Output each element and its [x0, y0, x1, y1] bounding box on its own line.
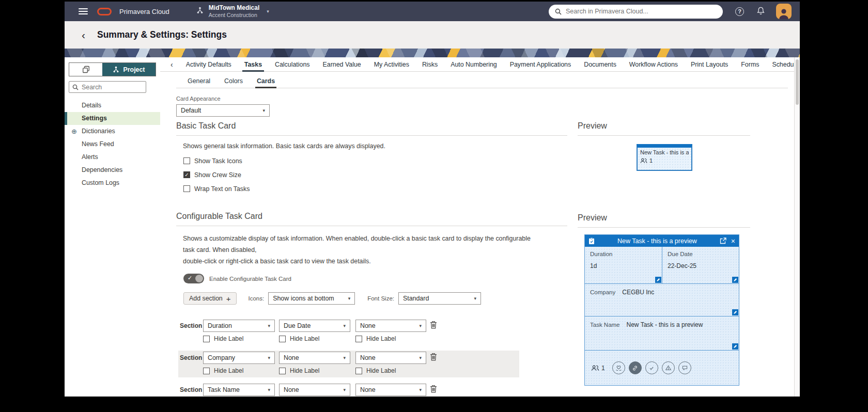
sidebar-item-news-feed[interactable]: News Feed — [65, 138, 160, 151]
help-icon[interactable] — [735, 7, 744, 16]
card-appearance-select[interactable]: Default ▾ — [176, 104, 270, 117]
tab-calculations[interactable]: Calculations — [275, 57, 310, 72]
checkbox-unchecked[interactable] — [355, 336, 362, 342]
tab-risks[interactable]: Risks — [422, 57, 438, 72]
comment-icon[interactable] — [678, 361, 691, 374]
checkbox-unchecked[interactable] — [279, 368, 286, 374]
context-switcher[interactable]: MidTown Medical Accent Construction — [209, 5, 259, 18]
tabs-scroll-left-icon[interactable]: ‹ — [171, 60, 173, 69]
tab-my-activities[interactable]: My Activities — [374, 57, 409, 72]
task-name-value: New Task - this is a preview — [627, 321, 703, 328]
hide-label-checkbox[interactable]: Hide Label — [355, 367, 396, 374]
sidebar-search[interactable] — [69, 81, 146, 93]
hide-label-text: Hide Label — [290, 335, 319, 342]
scrollbar-thumb[interactable] — [796, 59, 799, 105]
section-2-field-3-select[interactable]: None▾ — [355, 352, 426, 364]
hide-label-checkbox[interactable]: Hide Label — [203, 367, 243, 374]
subtab-colors[interactable]: Colors — [224, 76, 243, 88]
tab-auto-numbering[interactable]: Auto Numbering — [451, 57, 497, 72]
global-search-input[interactable] — [566, 8, 717, 15]
back-chevron-icon[interactable]: ‹ — [82, 29, 85, 40]
user-avatar[interactable] — [776, 4, 792, 19]
edit-pencil-icon[interactable] — [655, 277, 661, 283]
delete-section-icon[interactable] — [430, 353, 437, 363]
checkbox-unchecked[interactable] — [355, 368, 362, 374]
checkbox-show-task-icons[interactable]: Show Task Icons — [183, 156, 567, 165]
section-2-field-2-select[interactable]: None▾ — [279, 352, 350, 364]
sidebar-item-details[interactable]: Details — [65, 99, 160, 112]
preview-company-row[interactable]: Company CEGBU Inc — [585, 284, 739, 316]
hide-label-checkbox[interactable]: Hide Label — [203, 335, 243, 342]
chevron-down-icon[interactable]: ▾ — [267, 9, 269, 14]
open-in-new-icon[interactable] — [720, 237, 726, 244]
subtab-general[interactable]: General — [188, 76, 210, 88]
tab-workflow-actions[interactable]: Workflow Actions — [629, 57, 678, 72]
tab-tasks[interactable]: Tasks — [244, 57, 262, 72]
subtab-cards[interactable]: Cards — [257, 76, 275, 88]
tab-print-layouts[interactable]: Print Layouts — [691, 57, 728, 72]
expand-plus-icon[interactable]: ⊕ — [71, 125, 77, 138]
tab-earned-value[interactable]: Earned Value — [323, 57, 361, 72]
icons-position-select[interactable]: Show icons at bottom ▾ — [268, 292, 355, 305]
add-section-button[interactable]: Add section + — [183, 292, 237, 305]
delete-section-icon[interactable] — [430, 385, 437, 395]
tab-activity-defaults[interactable]: Activity Defaults — [186, 57, 231, 72]
tab-documents[interactable]: Documents — [584, 57, 616, 72]
checkbox-show-crew-size[interactable]: Show Crew Size — [183, 170, 567, 179]
sidebar-search-input[interactable] — [82, 84, 143, 91]
checkbox-unchecked[interactable] — [203, 368, 210, 374]
preview-task-name-row[interactable]: Task Name New Task - this is a preview — [585, 316, 739, 351]
sidebar-item-dependencies[interactable]: Dependencies — [65, 164, 160, 177]
oracle-logo-icon — [97, 8, 112, 15]
hide-label-checkbox[interactable]: Hide Label — [355, 335, 396, 342]
checkbox-unchecked[interactable] — [203, 336, 210, 342]
page-title-bar: ‹ Summary & Settings: Settings — [65, 21, 800, 49]
basic-preview-heading: Preview — [578, 121, 750, 136]
hamburger-menu-icon[interactable] — [79, 8, 88, 14]
workspace-scope-button[interactable] — [69, 63, 102, 76]
hands-heart-icon[interactable] — [612, 361, 625, 374]
edit-pencil-icon[interactable] — [732, 309, 738, 315]
section-3-field-1-select[interactable]: Task Name▾ — [203, 384, 275, 396]
close-icon[interactable]: × — [731, 237, 735, 245]
hide-label-text: Hide Label — [290, 367, 319, 374]
notifications-bell-icon[interactable] — [756, 6, 765, 17]
hide-label-checkbox[interactable]: Hide Label — [279, 335, 319, 342]
section-1-field-3-select[interactable]: None▾ — [355, 320, 426, 332]
section-1-field-1-select[interactable]: Duration▾ — [203, 320, 275, 332]
sidebar-item-custom-logs[interactable]: Custom Logs — [65, 177, 160, 189]
checkbox-wrap-text-on-tasks[interactable]: Wrap Text on Tasks — [183, 184, 567, 193]
section-3-field-2-select[interactable]: None▾ — [279, 384, 350, 396]
company-label: Company — [590, 289, 615, 295]
checkbox-checked[interactable] — [183, 171, 190, 178]
sidebar-item-dictionaries[interactable]: ⊕ Dictionaries — [65, 125, 160, 138]
edit-pencil-icon[interactable] — [732, 343, 738, 350]
link-icon[interactable] — [629, 361, 642, 374]
copy-icon — [82, 66, 90, 73]
project-scope-button[interactable]: Project — [102, 63, 156, 76]
delete-section-icon[interactable] — [430, 321, 437, 331]
preview-due-date-cell[interactable]: Due Date 22-Dec-25 — [662, 247, 739, 283]
hide-label-checkbox[interactable]: Hide Label — [279, 367, 319, 374]
global-search[interactable] — [549, 5, 723, 19]
preview-duration-cell[interactable]: Duration 1d — [585, 247, 662, 283]
check-icon[interactable] — [645, 361, 658, 374]
section-2-field-1-select[interactable]: Company▾ — [203, 352, 275, 364]
edit-pencil-icon[interactable] — [732, 277, 738, 283]
scrollbar-track[interactable] — [794, 57, 800, 397]
checkbox-unchecked[interactable] — [183, 157, 190, 164]
toggle-knob[interactable] — [195, 275, 203, 282]
tab-payment-applications[interactable]: Payment Applications — [510, 57, 571, 72]
section-2-row: Section 2 Company▾ None▾ None▾ Hide Labe… — [176, 351, 567, 377]
section-1-field-2-select[interactable]: Due Date▾ — [279, 320, 350, 332]
checkbox-unchecked[interactable] — [183, 185, 190, 192]
sidebar-item-settings[interactable]: Settings — [65, 112, 160, 125]
tab-forms[interactable]: Forms — [741, 57, 759, 72]
warning-icon[interactable] — [662, 361, 675, 374]
font-size-select[interactable]: Standard ▾ — [398, 292, 481, 305]
enable-configurable-toggle[interactable]: ✓ — [183, 274, 204, 283]
sidebar-item-alerts[interactable]: Alerts — [65, 151, 160, 164]
section-3-field-3-select[interactable]: None▾ — [355, 384, 426, 396]
app-window: Primavera Cloud MidTown Medical Accent C… — [65, 2, 800, 397]
checkbox-unchecked[interactable] — [279, 336, 286, 342]
